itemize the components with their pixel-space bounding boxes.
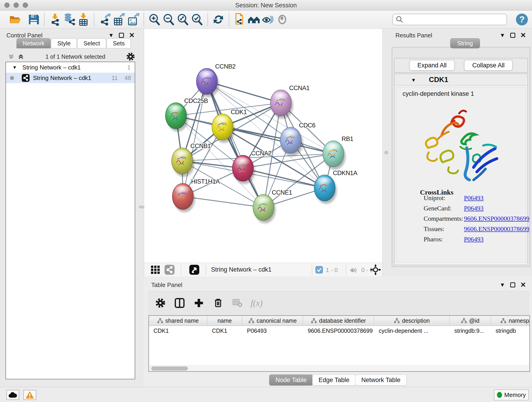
panel-close-icon[interactable]: ✕ [129,32,135,39]
network-node-RB1[interactable]: RB1 [323,135,353,170]
scrollbar-thumb[interactable] [151,366,188,370]
panel-menu-icon[interactable]: ▼ [500,32,505,38]
first-neighbors-button[interactable] [247,12,261,27]
edge-CCNB2-CCNE1[interactable] [207,81,264,207]
network-row-selected[interactable]: String Network – cdk1 11 48 [6,73,135,83]
cell-shared-name[interactable]: CDK1 [149,326,207,336]
network-node-HIST1H1A[interactable]: HIST1H1A [172,178,220,212]
create-column-button[interactable] [192,296,206,310]
selected-checkbox-icon[interactable] [316,266,323,274]
network-canvas[interactable]: CCNB2 CCNA1 CDC25B [144,29,383,263]
tab-edge-table[interactable]: Edge Table [312,375,355,385]
crosslink-link[interactable]: 9606.ENSP00000378699 [464,215,529,222]
column-header-id[interactable]: @id [450,316,491,325]
import-network-file-button[interactable] [48,12,62,27]
crosslink-link[interactable]: P06493 [464,194,484,202]
tab-select[interactable]: Select [77,38,106,48]
network-node-CCNB2[interactable]: CCNB2 [196,63,235,97]
panel-float-icon[interactable] [119,33,124,38]
open-in-window-icon[interactable] [189,264,200,275]
network-status-dot-icon [10,76,14,80]
network-node-CCNA2[interactable]: CCNA2 [232,150,272,184]
column-header-canonical-name[interactable]: canonical name [242,316,303,325]
export-table-file-button[interactable] [112,12,126,27]
search-input[interactable] [404,16,502,23]
network-collection-row[interactable]: ▼ String Network – cdk1 1 [6,62,135,73]
table-row[interactable]: CDK1 CDK1 P06493 9606.ENSP00000378699 cy… [149,326,530,336]
tab-string[interactable]: String [450,38,480,48]
crosslink-link[interactable]: P06493 [464,205,484,212]
zoom-out-button[interactable] [162,12,176,27]
cell-name[interactable]: CDK1 [207,326,242,336]
column-header-database-identifier[interactable]: database identifier [303,316,374,325]
tab-sets[interactable]: Sets [107,38,131,48]
crosslink-link[interactable]: 9606.ENSP00000378699 [464,225,529,233]
tab-network[interactable]: Network [17,38,51,48]
crosslink-link[interactable]: P06493 [464,236,484,243]
hidden-eye-slash-icon[interactable] [349,265,359,274]
network-node-CCNA1[interactable]: CCNA1 [270,85,310,119]
clone-network-button[interactable] [233,12,247,27]
panel-close-icon[interactable]: ✕ [520,281,526,288]
export-image-file-button[interactable] [126,12,140,27]
column-header-namespace[interactable]: namespace [491,316,530,325]
share-view-icon[interactable] [164,264,175,275]
memory-button[interactable]: Memory [494,389,529,400]
cloud-status-button[interactable] [6,390,19,400]
table-horizontal-scrollbar[interactable] [149,365,530,371]
cell-id[interactable]: stringdb:9... [450,326,491,336]
import-table-file-button[interactable] [76,12,90,27]
network-node-CDC6[interactable]: CDC6 [280,122,316,156]
cell-namespace[interactable]: stringdb [491,326,530,336]
panel-menu-icon[interactable]: ▼ [108,32,114,38]
left-splitter-handle[interactable] [139,205,145,209]
save-session-button[interactable] [27,12,41,27]
zoom-in-button[interactable] [147,12,162,27]
network-node-CCNE1[interactable]: CCNE1 [253,189,292,223]
show-column-selector-button[interactable] [173,296,186,310]
panel-float-icon[interactable] [510,282,515,287]
fit-selection-crosshair-icon[interactable] [370,264,381,275]
zoom-selected-button[interactable] [190,12,204,27]
warnings-button[interactable] [23,390,36,400]
collapse-all-icon[interactable] [7,53,15,61]
column-header-name[interactable]: name [207,316,242,325]
expand-all-icon[interactable] [17,53,25,61]
open-session-button[interactable] [8,12,22,27]
collection-collapse-icon[interactable]: ▼ [12,65,17,70]
column-header-description[interactable]: description [374,316,450,325]
tab-network-table[interactable]: Network Table [355,375,407,385]
collapse-section-icon[interactable]: ▼ [411,77,416,83]
export-network-file-button[interactable] [98,12,112,27]
expand-all-button[interactable]: Expand All [409,60,455,71]
network-options-gear-icon[interactable] [126,52,135,61]
cell-description[interactable]: cyclin-dependent ... [374,326,450,336]
string-network-graph[interactable]: CCNB2 CCNA1 CDC25B [144,29,383,263]
table-settings-button[interactable] [154,296,167,310]
column-header-shared-name[interactable]: shared name [149,316,207,325]
birds-eye-view-icon[interactable] [151,265,161,275]
delete-table-button[interactable] [231,296,244,310]
hide-selected-button[interactable] [261,12,275,27]
tab-node-table[interactable]: Node Table [269,375,313,385]
network-node-CDKN1A[interactable]: CDKN1A [314,170,357,204]
help-button[interactable]: ? [516,13,528,26]
collapse-all-button[interactable]: Collapse All [464,60,513,71]
cell-canonical-name[interactable]: P06493 [242,326,303,336]
function-builder-button[interactable]: f(x) [250,296,263,310]
tab-style[interactable]: Style [51,38,77,48]
delete-column-button[interactable] [211,296,225,310]
show-all-button[interactable] [275,12,289,27]
cell-database-identifier[interactable]: 9606.ENSP00000378699 [303,326,374,336]
protein-card-header[interactable]: ▼ CDK1 [394,74,527,85]
panel-float-icon[interactable] [510,33,515,38]
panel-close-icon[interactable]: ✕ [520,32,526,39]
network-node-CDC25B[interactable]: CDC25B [165,97,208,132]
export-network-icon [98,13,111,26]
zoom-fit-button[interactable] [176,12,190,27]
refresh-button[interactable] [211,12,225,27]
import-network-database-button[interactable] [62,12,76,27]
panel-menu-icon[interactable]: ▼ [500,282,505,288]
right-splitter-handle[interactable] [384,150,388,154]
node-label-CDC6: CDC6 [299,122,316,129]
